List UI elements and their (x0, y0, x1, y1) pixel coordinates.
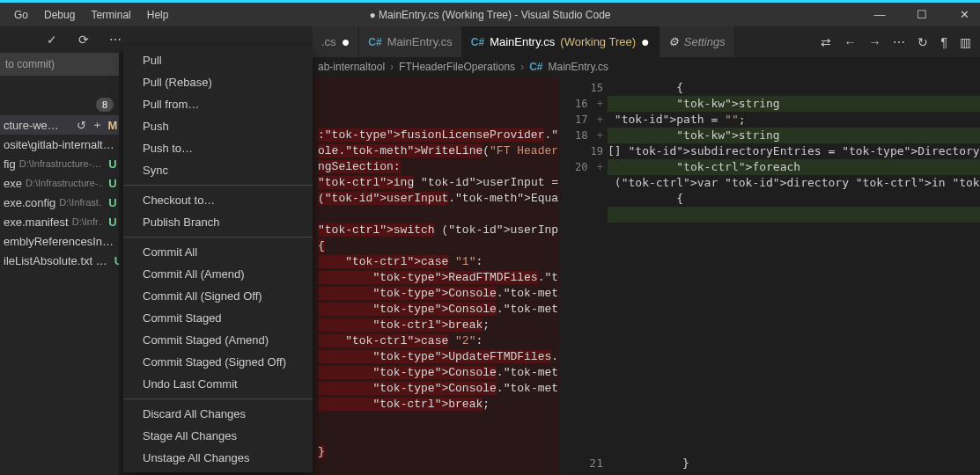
menu-help[interactable]: Help (140, 5, 176, 25)
commit-message-input[interactable]: to commit) (0, 53, 119, 76)
csharp-icon: C# (368, 36, 381, 48)
code-line: 21} (559, 457, 980, 470)
tab-label: .cs (321, 35, 336, 48)
tab-label: Settings (684, 35, 726, 48)
menu-go[interactable]: Go (7, 5, 35, 25)
scm-file-row[interactable]: exe.manifestD:\Infr…U (0, 212, 119, 231)
context-menu-item[interactable]: Pull (Rebase) (123, 71, 313, 93)
context-menu-item[interactable]: Discard All Changes (123, 403, 313, 425)
file-name: cture-we… (4, 119, 59, 132)
diff-modified-pane[interactable]: 15 16 +17 +18 +19 20 + { "tok-kw">string… (559, 77, 980, 475)
more-icon[interactable]: ⋯ (107, 33, 123, 47)
breadcrumb-part[interactable]: ab-internaltool (318, 61, 385, 73)
context-menu-item[interactable]: Push to… (123, 137, 313, 159)
scm-file-row[interactable]: exeD:\Infrastructure-…U (0, 173, 119, 193)
context-menu-item[interactable]: Commit All (123, 241, 313, 263)
scm-file-row[interactable]: osite\gitlab-internalt…U (0, 135, 119, 154)
context-menu-item[interactable]: Unstage All Changes (123, 447, 313, 469)
tabs-row: .cs ● C# MainEntry.cs C# MainEntry.cs (W… (313, 26, 980, 57)
context-menu-item[interactable]: Pull (123, 49, 313, 71)
scm-file-row[interactable]: exe.configD:\Infrast…U (0, 193, 119, 212)
menubar: Go Debug Terminal Help (7, 5, 175, 25)
status-untracked: U (107, 177, 119, 190)
discard-icon[interactable]: ↺ (75, 119, 87, 132)
close-icon[interactable]: ✕ (955, 8, 973, 21)
gear-icon: ⚙ (668, 35, 679, 48)
context-menu-item[interactable]: Stage All Changes (123, 425, 313, 447)
dirty-indicator-icon: ● (641, 38, 650, 47)
context-menu-item[interactable]: Sync (123, 159, 313, 181)
editor-area: .cs ● C# MainEntry.cs C# MainEntry.cs (W… (313, 26, 980, 475)
commit-icon[interactable]: ✓ (44, 33, 60, 47)
diff-original-pane[interactable]: :"tok-type">fusionLicenseProvider."tok-m… (313, 77, 559, 475)
chevron-right-icon: › (520, 61, 524, 73)
file-folder: D:\Infrast… (59, 197, 103, 208)
dirty-indicator-icon: ● (342, 38, 350, 47)
context-menu-item[interactable]: Push (123, 115, 313, 137)
compare-icon[interactable]: ⇄ (821, 35, 831, 49)
code-content: { "tok-kw">string "tok-id">path = ""; "t… (608, 80, 980, 223)
refresh-icon[interactable]: ⟳ (76, 33, 92, 47)
csharp-icon: C# (471, 36, 484, 48)
whitespace-icon[interactable]: ¶ (940, 35, 947, 49)
tab-label: MainEntry.cs (387, 35, 453, 48)
line-gutter: 15 16 +17 +18 +19 20 + (559, 77, 603, 175)
status-modified: M (107, 119, 119, 132)
context-menu-item[interactable]: Commit All (Amend) (123, 263, 313, 285)
breadcrumb-file[interactable]: MainEntry.cs (548, 61, 608, 73)
editor-actions: ⇄ ← → ⋯ ↻ ¶ ▥ (812, 26, 980, 57)
minimize-icon[interactable]: — (871, 8, 888, 21)
context-menu-item[interactable]: Checkout to… (123, 189, 313, 211)
status-untracked: U (107, 157, 119, 171)
menu-debug[interactable]: Debug (37, 5, 82, 25)
context-menu-item[interactable]: Commit Staged (Signed Off) (123, 351, 313, 373)
tab[interactable]: C# MainEntry.cs (359, 26, 462, 57)
changes-count-badge: 8 (96, 98, 114, 112)
file-folder: D:\Infrastructure-… (26, 178, 103, 188)
file-name: exe (4, 177, 22, 190)
context-menu-item[interactable]: Commit Staged (Amend) (123, 329, 313, 351)
scm-panel: to commit) 8 cture-we… ↺ ＋ M osite\gitla… (0, 53, 119, 475)
csharp-icon: C# (529, 61, 542, 73)
context-menu-item[interactable]: Commit All (Signed Off) (123, 285, 313, 307)
menu-separator (123, 185, 313, 186)
context-menu-item[interactable]: Undo Last Commit (123, 373, 313, 395)
file-name: exe.manifest (4, 216, 69, 229)
tab-suffix: (Working Tree) (560, 35, 636, 48)
context-menu-item[interactable]: Pull from… (123, 93, 313, 115)
scm-file-row[interactable]: figD:\Infrastructure-…U (0, 154, 119, 173)
next-change-icon[interactable]: → (868, 35, 881, 49)
menu-separator (123, 237, 313, 238)
file-folder: D:\Infrastructure-… (19, 158, 103, 169)
status-untracked: U (114, 254, 119, 267)
menu-separator (123, 398, 313, 399)
maximize-icon[interactable]: ☐ (913, 8, 931, 21)
context-menu-item[interactable]: Commit Staged (123, 307, 313, 329)
file-name: emblyReferencesIn… (4, 235, 114, 248)
tab-settings[interactable]: ⚙ Settings (659, 26, 735, 57)
breadcrumb[interactable]: ab-internaltool › FTHeaderFileOperations… (313, 57, 980, 77)
scm-section-header: 8 (0, 93, 119, 115)
context-menu-item[interactable]: Publish Branch (123, 211, 313, 233)
scm-file-row[interactable]: emblyReferencesIn…U (0, 231, 119, 251)
split-editor-icon[interactable]: ▥ (960, 35, 971, 49)
prev-change-icon[interactable]: ← (844, 35, 856, 49)
titlebar: Go Debug Terminal Help ● MainEntry.cs (W… (0, 0, 980, 26)
toggle-icon[interactable]: ↻ (917, 35, 928, 49)
window-title: ● MainEntry.cs (Working Tree) - Visual S… (369, 9, 610, 21)
file-name: exe.config (4, 196, 55, 209)
status-untracked: U (107, 216, 119, 229)
breadcrumb-part[interactable]: FTHeaderFileOperations (399, 61, 515, 73)
tab-label: MainEntry.cs (490, 35, 555, 48)
diff-view: :"tok-type">fusionLicenseProvider."tok-m… (313, 77, 980, 475)
code-content: :"tok-type">fusionLicenseProvider."tok-m… (313, 77, 559, 475)
tab-active[interactable]: C# MainEntry.cs (Working Tree) ● (462, 26, 659, 57)
file-folder: D:\Infr… (72, 216, 103, 227)
tab[interactable]: .cs ● (313, 26, 359, 57)
more-icon[interactable]: ⋯ (893, 35, 905, 49)
scm-file-row[interactable]: ileListAbsolute.txt …U (0, 251, 119, 270)
chevron-right-icon: › (390, 61, 394, 73)
menu-terminal[interactable]: Terminal (84, 5, 137, 25)
scm-file-row[interactable]: cture-we… ↺ ＋ M (0, 115, 119, 135)
stage-icon[interactable]: ＋ (91, 117, 103, 133)
